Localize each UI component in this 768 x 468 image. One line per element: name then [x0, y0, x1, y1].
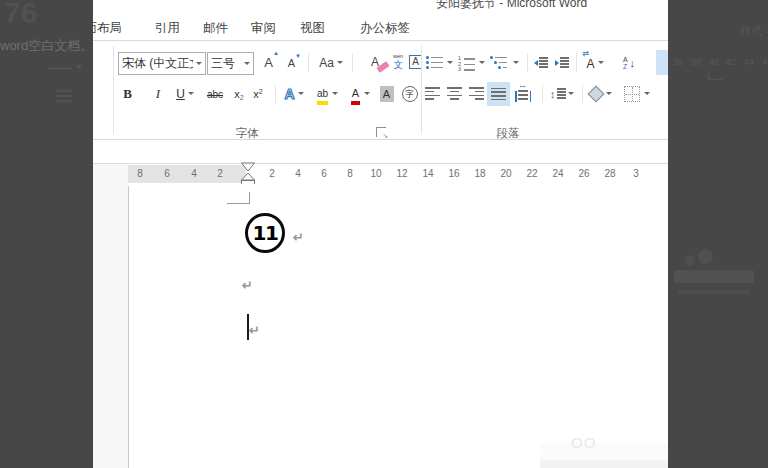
asian-layout-button[interactable]: A ⇄: [582, 52, 608, 73]
overlay-dd-remnant: [76, 65, 82, 69]
line-spacing-arrow-icon: ↕: [550, 88, 556, 100]
shading-button[interactable]: [588, 83, 614, 104]
horizontal-ruler[interactable]: 8642 2468101214161820222426283: [128, 165, 668, 183]
asian-layout-glyph-wrap: A ⇄: [586, 54, 594, 72]
grow-font-arrow-icon: ▲: [273, 50, 279, 56]
shading-bucket-icon: [588, 85, 605, 102]
font-name-combo[interactable]: 宋体 (中文正文: [118, 52, 206, 75]
borders-button[interactable]: [624, 83, 650, 104]
enclose-characters-glyph: 字: [402, 86, 418, 102]
multilevel-list-button[interactable]: [489, 52, 521, 73]
grow-font-button[interactable]: A ▲: [258, 52, 279, 73]
left-dim-overlay: 76 word空白文档。: [0, 0, 93, 468]
bold-button[interactable]: B: [120, 84, 135, 103]
font-color-button[interactable]: A: [348, 83, 372, 104]
italic-button[interactable]: I: [152, 84, 164, 103]
underline-glyph: U: [176, 87, 185, 101]
overlay-big-number: 76: [4, 0, 37, 30]
enclose-characters-button[interactable]: 字: [400, 83, 419, 104]
line-spacing-button[interactable]: ↕: [548, 83, 576, 104]
character-border-glyph: A: [409, 55, 422, 69]
justify-button[interactable]: [487, 82, 510, 106]
text-highlight-button[interactable]: ab: [313, 83, 341, 104]
shrink-font-button[interactable]: A ▼: [282, 53, 301, 73]
sort-arrow-icon: ↓: [630, 57, 636, 69]
bullets-button[interactable]: [425, 52, 455, 73]
window-title: 安阳婆抚节 - Microsoft Word: [436, 0, 587, 12]
borders-icon: [624, 86, 640, 102]
change-case-glyph: Aa: [319, 56, 334, 70]
sort-a-glyph: A: [623, 56, 628, 63]
align-right-button[interactable]: [467, 84, 486, 103]
ruler-mark: 8: [347, 168, 353, 179]
asian-layout-arrows-icon: ⇄: [582, 49, 589, 58]
align-center-button[interactable]: [445, 84, 464, 103]
phonetic-bottom-glyph: 文: [393, 60, 403, 70]
character-shading-button[interactable]: A: [378, 83, 395, 104]
ruler-mark: 18: [474, 168, 485, 179]
increase-indent-button[interactable]: [553, 53, 571, 72]
numbering-icon: 123: [458, 56, 475, 69]
font-row2-divider: [275, 85, 276, 103]
overlay-watermark-bar-1: [674, 270, 754, 283]
font-color-bar-icon: [351, 101, 360, 105]
superscript-small-glyph: 2: [259, 88, 263, 95]
font-size-dropdown[interactable]: [241, 62, 253, 65]
show-hide-marks-button[interactable]: [656, 50, 668, 75]
strikethrough-button[interactable]: abc: [202, 86, 228, 102]
grow-font-glyph: A: [264, 55, 273, 70]
align-center-icon: [447, 87, 462, 100]
increase-indent-lines-icon: [560, 57, 569, 68]
ruler-mark: 36: [673, 57, 683, 67]
highlight-glyph: ab: [317, 88, 328, 99]
tab-review[interactable]: 审阅: [251, 20, 276, 37]
numbering-button[interactable]: 123: [457, 52, 487, 73]
tab-view[interactable]: 视图: [300, 20, 325, 37]
para-row1-divider-2: [576, 53, 577, 72]
italic-glyph: I: [156, 86, 160, 102]
superscript-button[interactable]: x 2: [250, 85, 266, 103]
underline-button[interactable]: U: [173, 84, 197, 103]
subscript-button[interactable]: x 2: [231, 85, 247, 103]
ruler-mark: 20: [500, 168, 511, 179]
document-view-left-gutter: [93, 164, 128, 468]
enclosed-number-text: 11: [253, 221, 278, 245]
phonetic-guide-button[interactable]: wén 文: [389, 49, 407, 74]
distribute-button[interactable]: ↔: [512, 82, 534, 106]
align-left-button[interactable]: [423, 84, 442, 103]
ruler-mark: 8: [137, 168, 143, 179]
font-size-combo[interactable]: 三号: [207, 52, 254, 75]
overlay-watermark-circle-2: [698, 249, 713, 264]
tab-office-labels[interactable]: 办公标签: [360, 20, 410, 37]
decrease-indent-button[interactable]: [532, 53, 550, 72]
ruler-mark: 40: [709, 57, 719, 67]
ruler-mark: 2: [217, 168, 223, 179]
tab-references[interactable]: 引用: [155, 20, 180, 37]
document-view-top-border: [93, 163, 668, 164]
document-page[interactable]: 11 ↵ ↵ ↵: [129, 184, 668, 468]
character-shading-glyph: A: [380, 86, 394, 102]
ribbon: 宋体 (中文正文 三号 A ▲ A ▼ Aa A wén: [0, 41, 768, 139]
ruler-mark: 28: [604, 168, 615, 179]
font-dialog-launcher[interactable]: ↘: [376, 127, 386, 137]
change-case-button[interactable]: Aa: [315, 52, 347, 73]
overlay-list-remnant: [56, 90, 72, 92]
decrease-indent-lines-icon: [539, 57, 548, 68]
paragraph-mark-2: ↵: [242, 278, 253, 293]
paragraph-mark-1: ↵: [293, 230, 304, 245]
font-color-glyph: A: [352, 87, 359, 99]
clear-formatting-button[interactable]: A: [364, 50, 386, 73]
font-name-dropdown[interactable]: [193, 62, 205, 65]
ruler-mark: 42: [726, 57, 736, 67]
asian-layout-glyph: A: [586, 57, 594, 71]
ruler-margin-section: [128, 165, 246, 183]
font-name-value: 宋体 (中文正文: [119, 55, 193, 72]
ribbon-tab-row: 页面布局 引用 邮件 审阅 视图 办公标签: [0, 13, 768, 40]
tab-mailings[interactable]: 邮件: [203, 20, 228, 37]
increase-indent-arrow-icon: [555, 60, 559, 66]
para-row1-divider-1: [527, 53, 528, 72]
text-effects-button[interactable]: A: [281, 83, 307, 104]
sort-button[interactable]: A Z ↓: [617, 51, 641, 74]
align-right-icon: [469, 87, 484, 100]
shrink-font-arrow-icon: ▼: [295, 53, 301, 59]
